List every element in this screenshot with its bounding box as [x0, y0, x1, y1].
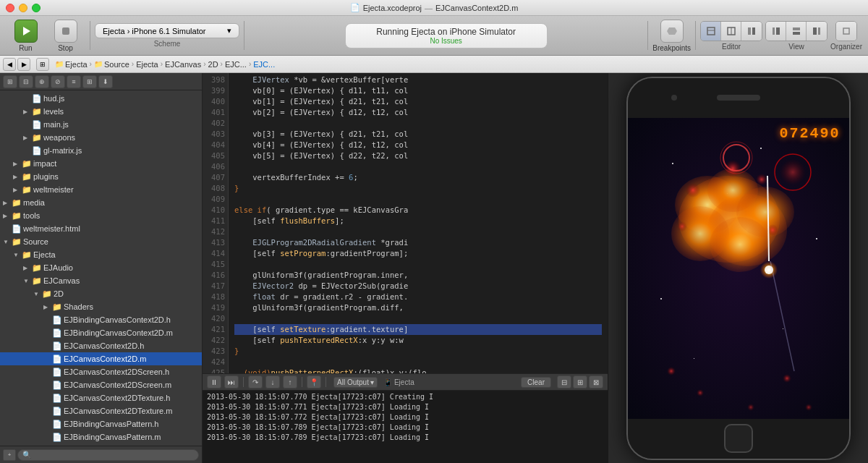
- sidebar-item-media[interactable]: ▶ 📁 media: [0, 196, 202, 209]
- folder-icon: 📁: [94, 60, 103, 68]
- sidebar-item-2d[interactable]: ▼ 📁 2D: [0, 287, 202, 300]
- run-group: Run: [6, 20, 46, 52]
- right-toolbar: Editor View Organizer: [700, 21, 862, 51]
- sidebar-item-ejaudio[interactable]: ▶ 📁 EJAudio: [0, 261, 202, 274]
- svg-point-27: [677, 221, 687, 232]
- breadcrumb-item-file2[interactable]: EJC...: [253, 60, 275, 69]
- svg-line-33: [770, 261, 794, 371]
- sidebar: ⊞ ⊟ ⊕ ⊘ ≡ ⊞ ⬇ 📄 hud.js ▶ 📁 levels: [0, 73, 203, 463]
- editor-btn-1[interactable]: [701, 22, 721, 41]
- svg-point-41: [780, 159, 806, 185]
- sidebar-item-ejtexture-m[interactable]: 📄 EJCanvasContext2DTexture.m: [0, 404, 202, 417]
- editor-btn-2[interactable]: [721, 22, 741, 41]
- sidebar-item-ejcanvasscreen-m[interactable]: 📄 EJCanvasContext2DScreen.m: [0, 378, 202, 391]
- sidebar-item-weapons[interactable]: ▶ 📁 weapons: [0, 131, 202, 144]
- view-btn-2[interactable]: [786, 22, 807, 41]
- view-btn-3[interactable]: [807, 22, 827, 41]
- debug-loc-btn[interactable]: 📍: [307, 375, 321, 388]
- sidebar-btn-5[interactable]: ≡: [67, 75, 81, 88]
- sidebar-item-shaders[interactable]: ▶ 📁 Shaders: [0, 300, 202, 313]
- stop-button[interactable]: Stop: [54, 20, 77, 52]
- sidebar-item-ejpattern-h[interactable]: 📄 EJBindingCanvasPattern.h: [0, 417, 202, 430]
- view-btn-1[interactable]: [766, 22, 786, 41]
- svg-rect-15: [843, 28, 849, 34]
- scheme-box[interactable]: Ejecta › iPhone 6.1 Simulator ▾: [95, 23, 239, 38]
- debug-stepover-btn[interactable]: ↷: [248, 375, 263, 388]
- sidebar-item-weltmeisterhtml[interactable]: 📄 weltmeister.html: [0, 222, 202, 235]
- sidebar-btn-7[interactable]: ⬇: [98, 75, 113, 88]
- minimize-button[interactable]: [19, 4, 27, 12]
- sidebar-btn-6[interactable]: ⊞: [82, 75, 97, 88]
- sidebar-btn-3[interactable]: ⊕: [35, 75, 49, 88]
- sidebar-item-ejcanvasctx-h[interactable]: 📄 EJCanvasContext2D.h: [0, 339, 202, 352]
- iphone-home-button[interactable]: [724, 424, 753, 453]
- sidebar-toolbar: ⊞ ⊟ ⊕ ⊘ ≡ ⊞ ⬇: [0, 73, 202, 90]
- console-split-btn-2[interactable]: ⊞: [573, 375, 587, 388]
- breadcrumb-item-ejcanvas[interactable]: EJCanvas: [165, 60, 201, 69]
- scheme-chevron: ▾: [227, 26, 231, 35]
- toolbar-divider-1: [90, 21, 90, 50]
- editor-btn-3[interactable]: [741, 22, 762, 41]
- sidebar-item-plugins[interactable]: ▶ 📁 plugins: [0, 170, 202, 183]
- sidebar-item-ejpattern-m[interactable]: 📄 EJBindingCanvasPattern.m: [0, 430, 202, 443]
- sidebar-btn-1[interactable]: ⊞: [3, 75, 17, 88]
- sidebar-item-weltmeister[interactable]: ▶ 📁 weltmeister: [0, 183, 202, 196]
- breadcrumb-item-file1[interactable]: EJC...: [225, 60, 247, 69]
- sidebar-item-ejcanvasctx-m[interactable]: 📄 EJCanvasContext2D.m: [0, 352, 202, 365]
- sidebar-item-hudjs[interactable]: 📄 hud.js: [0, 92, 202, 105]
- sidebar-item-ejcanvas[interactable]: ▼ 📁 EJCanvas: [0, 274, 202, 287]
- breadcrumb-item-ejecta[interactable]: 📁 Ejecta: [55, 60, 88, 69]
- iphone-frame: 072490: [626, 77, 851, 460]
- organizer-btn[interactable]: [836, 22, 856, 41]
- console-split-btn-3[interactable]: ⊠: [589, 375, 603, 388]
- sidebar-search[interactable]: 🔍: [17, 449, 199, 461]
- run-icon: [14, 20, 38, 43]
- simulator-panel: 072490: [608, 73, 868, 463]
- console-clear-btn[interactable]: Clear: [521, 377, 551, 388]
- console-line: 2013-05-30 18:15:07.771 Ejecta[17723:c07…: [207, 402, 603, 412]
- breadcrumb-item-2d[interactable]: 2D: [208, 60, 218, 69]
- sidebar-item-ejecta-folder[interactable]: ▼ 📁 Ejecta: [0, 248, 202, 261]
- debug-pause-btn[interactable]: ⏸: [207, 375, 221, 388]
- code-content[interactable]: EJVertex *vb = &vertexBuffer[verte vb[0]…: [229, 73, 608, 373]
- sidebar-item-ejbinding-h[interactable]: 📄 EJBindingCanvasContext2D.h: [0, 313, 202, 326]
- sidebar-item-mainjs[interactable]: 📄 main.js: [0, 118, 202, 131]
- sidebar-item-tools[interactable]: ▶ 📁 tools: [0, 209, 202, 222]
- sidebar-item-ejcanvasscreen-h[interactable]: 📄 EJCanvasContext2DScreen.h: [0, 365, 202, 378]
- breadcrumb-nav-back[interactable]: ◀: [3, 58, 16, 71]
- sidebar-btn-2[interactable]: ⊟: [19, 75, 33, 88]
- game-svg: [628, 118, 849, 419]
- svg-rect-11: [793, 27, 800, 30]
- breadcrumb-grid[interactable]: ⊞: [36, 58, 49, 71]
- breakpoints-button[interactable]: [660, 20, 684, 43]
- console-split-btn-1[interactable]: ⊟: [557, 375, 571, 388]
- sidebar-item-ejbinding-m[interactable]: 📄 EJBindingCanvasContext2D.m: [0, 326, 202, 339]
- iphone-screen[interactable]: 072490: [628, 118, 849, 419]
- status-title: Running Ejecta on iPhone Simulator: [360, 27, 532, 37]
- sidebar-add-btn[interactable]: +: [3, 449, 16, 461]
- svg-marker-0: [23, 27, 30, 35]
- output-selector[interactable]: All Output ▾: [333, 377, 378, 388]
- sidebar-item-impact[interactable]: ▶ 📁 impact: [0, 157, 202, 170]
- sidebar-btn-4[interactable]: ⊘: [51, 75, 65, 88]
- titlebar: 📄 Ejecta.xcodeproj — EJCanvasContext2D.m: [0, 0, 868, 16]
- close-button[interactable]: [6, 4, 14, 12]
- stop-icon: [54, 20, 77, 43]
- game-screen: 072490: [628, 118, 849, 419]
- debug-stepout-btn[interactable]: ↑: [283, 375, 297, 388]
- run-button[interactable]: Run: [14, 20, 38, 52]
- code-editor[interactable]: 398 399 400 401 402 403 404 405 406 407 …: [203, 73, 608, 373]
- sidebar-item-levels[interactable]: ▶ 📁 levels: [0, 105, 202, 118]
- sidebar-item-ejtexture-h[interactable]: 📄 EJCanvasContext2DTexture.h: [0, 391, 202, 404]
- breadcrumb-item-source[interactable]: 📁 Source: [94, 60, 129, 69]
- breadcrumb-nav-forward[interactable]: ▶: [17, 58, 30, 71]
- debug-step-btn[interactable]: ⏭: [224, 375, 239, 388]
- sidebar-item-glmatrix[interactable]: 📄 gl-matrix.js: [0, 144, 202, 157]
- editor-group: Editor: [700, 21, 762, 51]
- window-title: 📄 Ejecta.xcodeproj — EJCanvasContext2D.m: [350, 3, 519, 12]
- breadcrumb-item-ejecta2[interactable]: Ejecta: [136, 60, 158, 69]
- maximize-button[interactable]: [32, 4, 41, 12]
- stop-label: Stop: [58, 44, 73, 52]
- sidebar-item-source[interactable]: ▼ 📁 Source: [0, 235, 202, 248]
- debug-stepin-btn[interactable]: ↓: [265, 375, 280, 388]
